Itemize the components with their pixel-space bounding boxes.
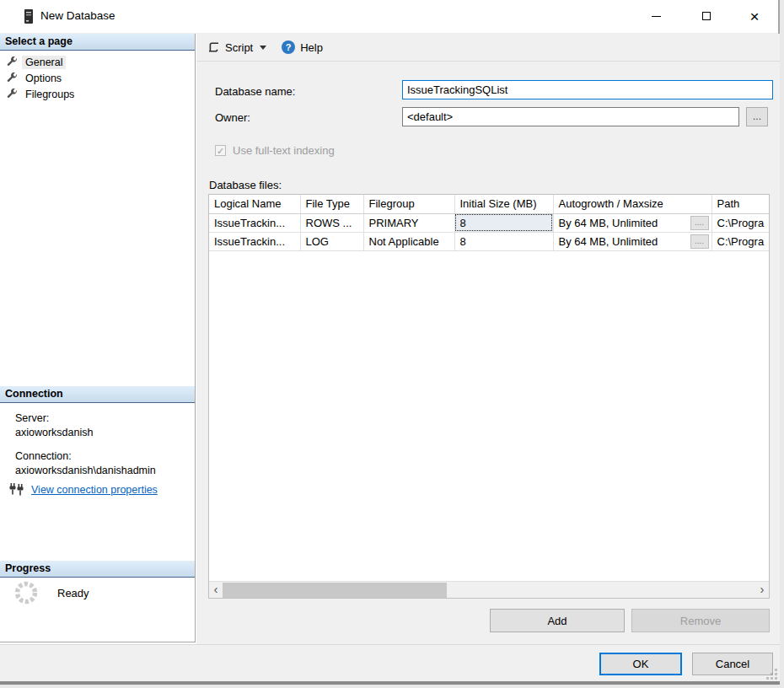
col-header-filegroup[interactable]: Filegroup bbox=[363, 195, 454, 213]
remove-button[interactable]: Remove bbox=[631, 609, 770, 632]
server-label: Server: bbox=[15, 411, 188, 426]
view-connection-properties-row: View connection properties bbox=[9, 483, 158, 496]
autogrowth-value: By 64 MB, Unlimited bbox=[559, 217, 658, 229]
database-name-label: Database name: bbox=[215, 85, 295, 98]
sidebar-item-label: Filegroups bbox=[22, 88, 78, 101]
window-title: New Database bbox=[40, 9, 115, 22]
progress-status: Ready bbox=[57, 587, 89, 599]
fulltext-label: Use full-text indexing bbox=[233, 144, 335, 157]
fulltext-indexing-row: ✓ Use full-text indexing bbox=[215, 144, 335, 157]
view-connection-properties-link[interactable]: View connection properties bbox=[31, 484, 158, 496]
sidebar-item-label: Options bbox=[22, 72, 65, 85]
server-value: axioworksdanish bbox=[15, 426, 188, 440]
script-label: Script bbox=[225, 41, 253, 54]
owner-input[interactable] bbox=[402, 107, 739, 126]
cell-filegroup[interactable]: Not Applicable bbox=[363, 232, 454, 250]
script-button[interactable]: Script bbox=[208, 41, 266, 54]
connection-info: Server: axioworksdanish Connection: axio… bbox=[15, 411, 188, 478]
select-a-page-header: Select a page bbox=[0, 34, 195, 51]
table-row: IssueTrackin... ROWS ... PRIMARY 8 By 64… bbox=[209, 213, 769, 232]
maximize-icon bbox=[702, 12, 711, 20]
general-page-pane: Script ? Help Database name: Owner: ... … bbox=[196, 34, 780, 644]
script-icon bbox=[208, 41, 220, 53]
cell-file-type[interactable]: ROWS ... bbox=[300, 213, 363, 232]
window-bottom-edge bbox=[0, 681, 780, 685]
sidebar-item-general[interactable]: General bbox=[0, 54, 195, 70]
col-header-logical-name[interactable]: Logical Name bbox=[209, 195, 300, 213]
col-header-initial-size[interactable]: Initial Size (MB) bbox=[454, 195, 553, 213]
progress-spinner-icon bbox=[13, 580, 39, 605]
new-database-dialog: New Database × Select a page General Opt… bbox=[0, 0, 780, 681]
wrench-icon bbox=[7, 89, 18, 99]
progress-status-row: Ready bbox=[13, 580, 89, 605]
database-name-input[interactable] bbox=[402, 80, 773, 99]
sidebar-item-label: General bbox=[22, 56, 66, 69]
cell-path[interactable]: C:\Progra bbox=[712, 213, 769, 232]
col-header-autogrowth[interactable]: Autogrowth / Maxsize bbox=[553, 195, 712, 213]
resize-grip[interactable] bbox=[766, 669, 777, 680]
owner-browse-button[interactable]: ... bbox=[746, 107, 768, 126]
cell-filegroup[interactable]: PRIMARY bbox=[363, 213, 454, 232]
autogrowth-browse-button[interactable]: .... bbox=[690, 234, 709, 249]
database-files-label: Database files: bbox=[209, 179, 282, 191]
progress-header: Progress bbox=[0, 561, 195, 578]
scrollbar-thumb[interactable] bbox=[223, 583, 447, 598]
wrench-icon bbox=[7, 56, 18, 67]
table-row: IssueTrackin... LOG Not Applicable 8 By … bbox=[209, 232, 769, 250]
owner-label: Owner: bbox=[215, 111, 250, 124]
ok-button[interactable]: OK bbox=[599, 653, 682, 675]
toolbar: Script ? Help bbox=[196, 34, 780, 62]
cell-logical-name[interactable]: IssueTrackin... bbox=[209, 232, 300, 250]
horizontal-scrollbar[interactable]: ‹ › bbox=[209, 581, 769, 598]
wrench-icon bbox=[7, 73, 18, 83]
cell-file-type[interactable]: LOG bbox=[300, 232, 363, 250]
page-list: General Options Filegroups bbox=[0, 51, 195, 102]
help-label: Help bbox=[300, 41, 323, 54]
scroll-right-arrow-icon[interactable]: › bbox=[755, 582, 769, 599]
connection-header: Connection bbox=[0, 386, 195, 403]
scroll-left-arrow-icon[interactable]: ‹ bbox=[209, 582, 223, 599]
cell-logical-name[interactable]: IssueTrackin... bbox=[209, 213, 300, 232]
cell-autogrowth[interactable]: By 64 MB, Unlimited .... bbox=[553, 213, 712, 232]
help-button[interactable]: ? Help bbox=[282, 40, 323, 54]
autogrowth-value: By 64 MB, Unlimited bbox=[559, 235, 658, 248]
database-window-icon bbox=[23, 9, 35, 27]
cell-initial-size-selected[interactable]: 8 bbox=[454, 213, 553, 232]
col-header-file-type[interactable]: File Type bbox=[300, 195, 363, 213]
connection-label: Connection: bbox=[15, 449, 188, 464]
sidebar: Select a page General Options Filegroups… bbox=[0, 34, 196, 642]
close-icon: × bbox=[749, 8, 759, 24]
minimize-icon bbox=[652, 16, 661, 17]
help-icon: ? bbox=[282, 40, 295, 54]
title-bar: New Database × bbox=[0, 0, 778, 34]
close-button[interactable]: × bbox=[735, 0, 774, 32]
database-files-table: Logical Name File Type Filegroup Initial… bbox=[208, 194, 770, 599]
dialog-footer: OK Cancel bbox=[0, 644, 780, 681]
cell-path[interactable]: C:\Progra bbox=[712, 232, 769, 250]
cell-autogrowth[interactable]: By 64 MB, Unlimited .... bbox=[553, 232, 712, 250]
connection-properties-icon bbox=[9, 483, 24, 496]
add-button[interactable]: Add bbox=[490, 609, 625, 632]
fulltext-checkbox[interactable]: ✓ bbox=[215, 145, 226, 156]
minimize-button[interactable] bbox=[636, 0, 675, 32]
sidebar-item-options[interactable]: Options bbox=[0, 70, 195, 86]
sidebar-item-filegroups[interactable]: Filegroups bbox=[0, 86, 195, 102]
maximize-button[interactable] bbox=[687, 0, 726, 32]
connection-value: axioworksdanish\danishadmin bbox=[15, 464, 188, 478]
col-header-path[interactable]: Path bbox=[712, 195, 769, 213]
cell-initial-size[interactable]: 8 bbox=[454, 232, 553, 250]
cancel-button[interactable]: Cancel bbox=[692, 653, 773, 675]
chevron-down-icon bbox=[260, 46, 266, 50]
table-header-row: Logical Name File Type Filegroup Initial… bbox=[209, 195, 769, 213]
autogrowth-browse-button[interactable]: .... bbox=[690, 216, 709, 230]
